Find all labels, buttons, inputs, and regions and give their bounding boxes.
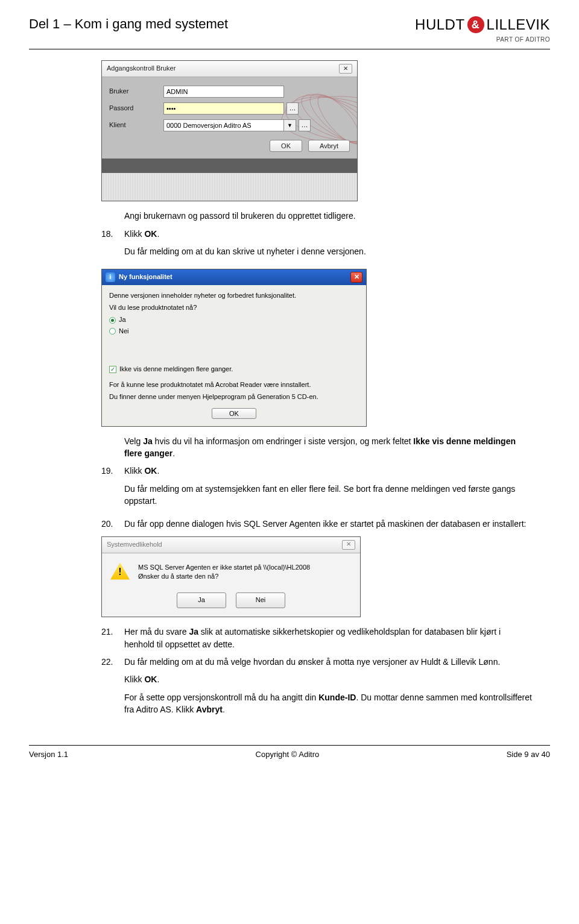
close-icon[interactable]: ✕	[339, 64, 352, 74]
dialog-titlebar: Systemvedlikehold ✕	[102, 537, 360, 553]
nei-button[interactable]: Nei	[236, 592, 285, 608]
radio-nei[interactable]: Nei	[109, 327, 359, 336]
label-passord: Passord	[109, 104, 163, 113]
brand-subtitle: PART OF ADITRO	[496, 36, 550, 45]
radio-icon	[109, 328, 116, 335]
dialog-title: Adgangskontroll Bruker	[107, 64, 176, 74]
dlg2-line1: Denne versjonen inneholder nyheter og fo…	[109, 291, 359, 301]
radio-icon	[109, 317, 116, 324]
ok-button[interactable]: OK	[212, 408, 256, 419]
ok-button[interactable]: OK	[270, 140, 302, 152]
bruker-input[interactable]	[163, 86, 284, 98]
page-header: Del 1 – Kom i gang med systemet HULDT & …	[29, 14, 550, 49]
para-systemsjekk: Du får melding om at systemsjekken fant …	[124, 483, 532, 508]
para-velg-ja: Velg Ja hvis du vil ha informasjon om en…	[124, 435, 532, 460]
systemvedlikehold-dialog-screenshot: Systemvedlikehold ✕ ! MS SQL Server Agen…	[101, 536, 361, 618]
warning-icon: !	[110, 563, 130, 580]
info-icon: i	[106, 272, 115, 282]
close-icon[interactable]: ✕	[342, 540, 355, 550]
dlg2-info1: For å kunne lese produktnotatet må Acrob…	[109, 380, 359, 390]
footer-page: Side 9 av 40	[507, 749, 550, 761]
passord-browse-button[interactable]: …	[286, 102, 299, 115]
avbryt-button[interactable]: Avbryt	[308, 140, 350, 152]
close-icon[interactable]: ✕	[350, 272, 362, 283]
label-bruker: Bruker	[109, 87, 163, 96]
dlg3-msg1: MS SQL Server Agenten er ikke startet på…	[138, 563, 310, 573]
dialog-titlebar: i Ny funksjonalitet ✕	[102, 269, 366, 285]
page-title: Del 1 – Kom i gang med systemet	[29, 14, 228, 34]
dialog-title: Ny funksjonalitet	[119, 272, 172, 282]
dlg3-msg2: Ønsker du å starte den nå?	[138, 572, 310, 582]
klient-browse-button[interactable]: …	[299, 119, 311, 131]
step-22: 22. Du får melding om at du må velge hvo…	[101, 656, 532, 721]
ja-button[interactable]: Ja	[177, 592, 226, 608]
dlg2-line2: Vil du lese produktnotatet nå?	[109, 303, 359, 313]
step-18: 18. Klikk OK. Du får melding om at du ka…	[101, 228, 532, 263]
label-klient: Klient	[109, 121, 163, 130]
brand-right: LILLEVIK	[487, 14, 550, 36]
radio-ja[interactable]: Ja	[109, 315, 359, 325]
dialog-title: Systemvedlikehold	[107, 540, 162, 550]
step-20: 20. Du får opp denne dialogen hvis SQL S…	[101, 518, 532, 530]
footer-version: Versjon 1.1	[29, 749, 68, 761]
step-number: 18.	[101, 228, 121, 263]
step-19: 19. Klikk OK. Du får melding om at syste…	[101, 465, 532, 512]
dlg2-info2: Du finner denne under menyen Hjelpeprogr…	[109, 392, 359, 402]
checkbox-ikke-vis[interactable]: ✓ Ikke vis denne meldingen flere ganger.	[109, 365, 359, 374]
login-dialog-screenshot: Adgangskontroll Bruker ✕ Bruker Passord	[101, 60, 358, 201]
brand-left: HULDT	[415, 14, 465, 36]
dialog-titlebar: Adgangskontroll Bruker ✕	[102, 61, 357, 77]
checkbox-icon: ✓	[109, 366, 116, 373]
klient-input[interactable]	[163, 119, 284, 131]
klient-dropdown-icon[interactable]: ▼	[284, 119, 296, 131]
brand-logo: HULDT & LILLEVIK PART OF ADITRO	[415, 14, 550, 44]
para-angi: Angi brukernavn og passord til brukeren …	[124, 210, 532, 222]
page-footer: Versjon 1.1 Copyright © Aditro Side 9 av…	[29, 745, 550, 761]
passord-input[interactable]	[163, 102, 284, 115]
ny-funksjonalitet-dialog-screenshot: i Ny funksjonalitet ✕ Denne versjonen in…	[101, 269, 367, 427]
footer-copyright: Copyright © Aditro	[256, 749, 320, 761]
step-21: 21. Her må du svare Ja slik at automatis…	[101, 626, 532, 650]
brand-ampersand-icon: &	[467, 16, 484, 33]
para-melding: Du får melding om at du kan skrive ut ny…	[124, 245, 532, 257]
